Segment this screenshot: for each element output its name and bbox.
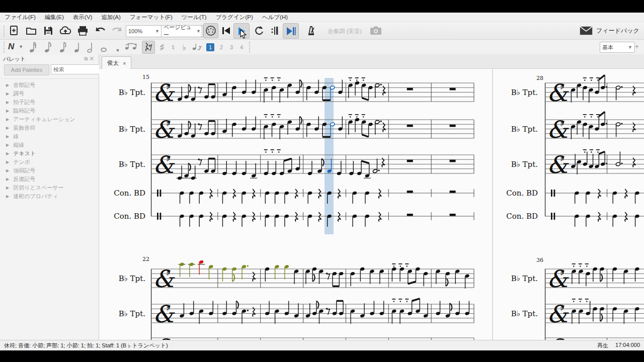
duration-quarter-button[interactable]	[70, 40, 85, 54]
rest-icon	[144, 42, 153, 52]
svg-text:&: &	[153, 265, 175, 293]
loop-playback-button[interactable]	[252, 24, 266, 38]
voice-1-button[interactable]: 1	[206, 43, 214, 51]
palette-item[interactable]: ▶テンポ	[0, 158, 99, 166]
note-16th-icon	[44, 41, 52, 53]
new-score-button[interactable]	[7, 24, 21, 38]
status-play-label: 再生	[597, 342, 608, 349]
flip-direction-button[interactable]	[190, 40, 203, 54]
flat-button[interactable]: ♭	[179, 40, 189, 54]
status-selection-info: 休符; 音価: 小節; 声部: 1; 小節: 1; 拍: 1; Staff: 1…	[4, 342, 168, 349]
palette-item[interactable]: ▶テキスト	[0, 149, 99, 158]
midi-input-toggle[interactable]	[203, 23, 218, 38]
sharp-button[interactable]: ♯	[157, 40, 167, 54]
palette-item[interactable]: ▶区切りとスペーサー	[0, 184, 99, 192]
svg-text:&: &	[153, 151, 175, 178]
palette-item-label: 強弱記号	[13, 167, 35, 174]
expand-arrow-icon[interactable]: ▶	[6, 83, 9, 87]
rest-button[interactable]	[142, 41, 155, 54]
note-input-button[interactable]: N ▼	[8, 42, 23, 52]
palette-item[interactable]: ▶連桁のプロパティ	[0, 192, 99, 201]
open-file-button[interactable]	[24, 24, 38, 38]
expand-arrow-icon[interactable]: ▶	[6, 100, 9, 105]
save-online-button[interactable]	[58, 24, 72, 38]
expand-arrow-icon[interactable]: ▶	[6, 126, 9, 130]
palette-item[interactable]: ▶装飾音符	[0, 124, 99, 132]
metronome-icon	[306, 26, 316, 36]
expand-arrow-icon[interactable]: ▶	[6, 92, 9, 96]
expand-arrow-icon[interactable]: ▶	[6, 109, 9, 113]
menu-view[interactable]: 表示(V)	[68, 13, 97, 22]
palette-item-label: 反復記号	[13, 175, 35, 183]
menu-help[interactable]: ヘルプ(H)	[258, 13, 292, 22]
zoom-select[interactable]: 100% ▼	[126, 25, 162, 37]
voice-3-button[interactable]: 3	[227, 43, 235, 51]
flat-icon: ♭	[182, 43, 186, 52]
duration-whole-button[interactable]	[97, 40, 111, 54]
expand-arrow-icon[interactable]: ▶	[6, 194, 9, 199]
palette-item[interactable]: ▶反復記号	[0, 175, 99, 184]
expand-arrow-icon[interactable]: ▶	[6, 151, 9, 156]
feedback-button[interactable]: フィードバック	[580, 26, 639, 35]
expand-arrow-icon[interactable]: ▶	[6, 168, 9, 173]
voice-4-button[interactable]: 4	[237, 43, 246, 51]
palette-header: パレット ⧉✕	[0, 54, 99, 63]
expand-arrow-icon[interactable]: ▶	[6, 160, 9, 164]
menu-format[interactable]: フォーマット(F)	[125, 13, 177, 22]
rewind-button[interactable]	[219, 24, 233, 38]
palette-item[interactable]: ▶強弱記号	[0, 166, 99, 175]
palette-item[interactable]: ▶音部記号	[0, 81, 99, 89]
camera-icon	[370, 26, 382, 35]
float-panel-icon[interactable]: ⧉	[84, 56, 90, 61]
close-panel-icon[interactable]: ✕	[90, 56, 96, 61]
expand-arrow-icon[interactable]: ▶	[6, 117, 9, 122]
view-mode-select[interactable]: ページビュー ▼	[161, 25, 203, 37]
palette-item[interactable]: ▶拍子記号	[0, 98, 99, 107]
palette-item[interactable]: ▶臨時記号	[0, 107, 99, 115]
undo-button[interactable]	[94, 24, 108, 38]
expand-arrow-icon[interactable]: ▶	[6, 134, 9, 139]
close-tab-icon[interactable]: ×	[123, 60, 126, 66]
menu-edit[interactable]: 編集(E)	[40, 13, 68, 22]
toolbar-drag-handle[interactable]	[249, 41, 251, 53]
expand-arrow-icon[interactable]: ▶	[6, 177, 9, 182]
duration-half-button[interactable]	[84, 40, 98, 54]
add-workspace-button[interactable]: +	[635, 43, 639, 50]
metronome-toggle[interactable]	[304, 24, 318, 38]
menu-tools[interactable]: ツール(T)	[177, 13, 211, 22]
expand-arrow-icon[interactable]: ▶	[6, 186, 9, 190]
concert-pitch-label[interactable]: 合奏調 (実音)	[328, 28, 362, 35]
voice-2-button[interactable]: 2	[217, 43, 225, 51]
palette-item[interactable]: ▶線	[0, 132, 99, 141]
expand-arrow-icon[interactable]: ▶	[6, 143, 9, 147]
image-capture-toggle[interactable]	[369, 24, 383, 38]
workspace-select[interactable]: 基本 ▼	[600, 42, 635, 53]
menu-plugins[interactable]: プラグイン(P)	[211, 13, 258, 22]
pan-score-toggle[interactable]	[283, 23, 299, 39]
add-palettes-button[interactable]: Add Palettes	[4, 64, 49, 75]
duration-16th-button[interactable]	[41, 40, 55, 54]
redo-button[interactable]	[110, 24, 124, 38]
tie-button[interactable]	[123, 40, 140, 54]
chevron-down-icon: ▼	[19, 44, 23, 49]
svg-text:&: &	[547, 300, 569, 328]
save-button[interactable]	[41, 24, 55, 38]
menu-file[interactable]: ファイル(F)	[0, 13, 40, 22]
duration-8th-button[interactable]	[56, 40, 70, 54]
play-repeats-toggle[interactable]	[268, 24, 282, 38]
svg-text:Con. BD: Con. BD	[506, 212, 538, 221]
toolbar-drag-handle[interactable]	[3, 41, 5, 53]
palette-item[interactable]: ▶調号	[0, 89, 99, 98]
score-tab[interactable]: 俊太 ×	[102, 56, 131, 69]
print-button[interactable]	[75, 24, 90, 38]
duration-32nd-button[interactable]	[26, 40, 40, 54]
toolbar-drag-handle[interactable]	[201, 25, 203, 37]
top-black-bar	[0, 0, 644, 13]
toolbar-drag-handle[interactable]	[3, 25, 5, 37]
menu-add[interactable]: 追加(A)	[97, 13, 125, 22]
palette-item[interactable]: ▶アーティキュレーション	[0, 115, 99, 124]
natural-button[interactable]: ♮	[168, 40, 178, 54]
palette-search-input[interactable]	[51, 64, 100, 74]
score-canvas[interactable]: 15&♯B♭ Tpt.&♯B♭ Tpt.&♯B♭ Tpt.Con. BDCon.…	[99, 69, 644, 340]
palette-item[interactable]: ▶縦線	[0, 141, 99, 149]
